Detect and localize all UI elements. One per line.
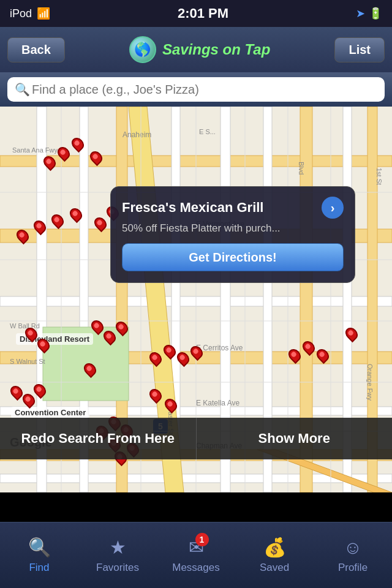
search-bar: 🔍 — [0, 72, 392, 107]
map-area[interactable]: 5 5 Santa Ana Fwy E Vermont Ave E Cerrit… — [0, 107, 392, 492]
location-icon: ➤ — [356, 7, 365, 20]
list-button[interactable]: List — [334, 37, 385, 62]
wifi-icon: 📶 — [37, 7, 50, 20]
find-icon-wrapper: 🔍 — [28, 537, 51, 558]
nav-bar: Back 🌎 Savings on Tap List — [0, 27, 392, 72]
popup-header: Fresca's Mexican Grill › — [122, 197, 344, 219]
favorites-icon: ★ — [110, 537, 126, 558]
tab-profile[interactable]: ☺ Profile — [314, 522, 392, 588]
svg-text:Santa Ana Fwy: Santa Ana Fwy — [12, 146, 58, 154]
logo-icon: 🌎 — [129, 36, 156, 63]
tab-find[interactable]: 🔍 Find — [0, 522, 78, 588]
tab-favorites[interactable]: ★ Favorites — [78, 522, 157, 588]
messages-badge: 1 — [195, 533, 209, 546]
svg-text:S Walnut St: S Walnut St — [10, 358, 45, 365]
battery-icon: 🔋 — [369, 7, 382, 20]
tab-profile-label: Profile — [338, 562, 368, 574]
status-left: iPod 📶 — [10, 7, 50, 20]
search-icon: 🔍 — [15, 82, 30, 97]
tab-favorites-label: Favorites — [96, 562, 139, 574]
status-bar: iPod 📶 2:01 PM ➤ 🔋 — [0, 0, 392, 27]
svg-text:E Katella Ave: E Katella Ave — [196, 399, 239, 407]
device-label: iPod — [10, 7, 32, 20]
svg-text:E S...: E S... — [199, 128, 216, 135]
tab-messages[interactable]: ✉ 1 Messages — [157, 522, 235, 588]
svg-text:E Cerritos Ave: E Cerritos Ave — [196, 344, 243, 352]
find-icon: 🔍 — [28, 537, 51, 557]
profile-icon: ☺ — [344, 537, 363, 558]
show-more-button[interactable]: Show More — [197, 418, 393, 459]
svg-text:W Ball Rd: W Ball Rd — [10, 322, 40, 330]
get-directions-button[interactable]: Get Directions! — [122, 243, 344, 271]
logo: 🌎 Savings on Tap — [129, 36, 270, 63]
popup-subtitle: 50% off Fiesta Platter with purch... — [122, 222, 344, 235]
redo-search-button[interactable]: Redo Search From Here — [0, 418, 197, 459]
tab-bar: 🔍 Find ★ Favorites ✉ 1 Messages 💰 Saved … — [0, 522, 392, 588]
svg-text:Anaheim: Anaheim — [123, 130, 151, 139]
popup-chevron-button[interactable]: › — [322, 197, 344, 219]
logo-text: Savings on Tap — [162, 41, 270, 58]
messages-icon-wrapper: ✉ 1 — [189, 537, 204, 558]
popup-title: Fresca's Mexican Grill — [122, 200, 263, 216]
svg-text:1st St: 1st St — [375, 168, 383, 185]
search-wrapper: 🔍 — [7, 77, 385, 102]
svg-text:Blvd: Blvd — [298, 162, 305, 175]
tab-saved[interactable]: 💰 Saved — [235, 522, 314, 588]
status-right: ➤ 🔋 — [356, 7, 382, 20]
back-button[interactable]: Back — [7, 37, 65, 62]
search-input[interactable] — [7, 77, 385, 102]
tab-messages-label: Messages — [172, 562, 219, 574]
saved-icon: 💰 — [263, 537, 286, 558]
bottom-actions: Redo Search From Here Show More — [0, 418, 392, 459]
tab-find-label: Find — [29, 562, 49, 574]
time-display: 2:01 PM — [178, 6, 228, 21]
tab-saved-label: Saved — [260, 562, 289, 574]
location-popup: Fresca's Mexican Grill › 50% off Fiesta … — [110, 186, 355, 283]
